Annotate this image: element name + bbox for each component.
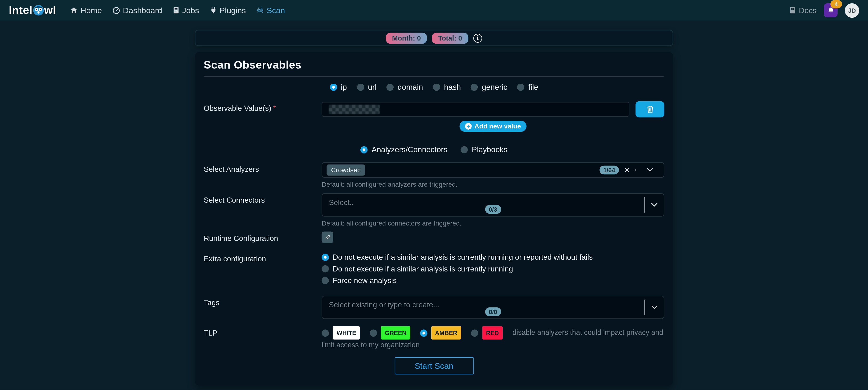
notification-count-badge: 4 — [830, 0, 842, 8]
extra-configuration-label: Extra configuration — [204, 252, 322, 263]
notifications-button[interactable]: 4 — [824, 3, 838, 17]
docs-label: Docs — [799, 6, 817, 15]
chevron-down-icon[interactable] — [641, 166, 659, 175]
user-avatar[interactable]: JD — [845, 3, 859, 18]
extra-option-force-new-analysis[interactable]: Force new analysis — [321, 276, 664, 285]
tlp-option-red[interactable]: RED — [471, 326, 503, 339]
chevron-down-icon[interactable] — [645, 194, 664, 216]
tlp-option-green[interactable]: GREEN — [370, 326, 410, 339]
analyzers-helper-text: Default: all configured analyzers are tr… — [321, 181, 664, 188]
mode-radio-playbooks[interactable]: Playbooks — [461, 145, 507, 154]
tags-count-badge: 0/0 — [485, 307, 501, 316]
observable-type-radio-group: ip url domain hash generic file — [204, 83, 664, 91]
mode-label: Analyzers/Connectors — [371, 145, 447, 154]
tlp-red-badge: RED — [482, 326, 503, 339]
required-marker: * — [273, 104, 276, 112]
brand-text-intel: Intel — [9, 4, 32, 17]
dashboard-icon — [112, 6, 120, 14]
observable-values-label: Observable Value(s)* — [204, 101, 322, 112]
type-label: file — [528, 83, 538, 91]
tlp-green-badge: GREEN — [381, 326, 410, 339]
docs-link[interactable]: Docs — [789, 6, 817, 15]
type-radio-generic[interactable]: generic — [471, 83, 507, 91]
connectors-multiselect[interactable]: Select.. 0/3 — [321, 193, 664, 216]
type-radio-hash[interactable]: hash — [433, 83, 461, 91]
nav-item-label: Dashboard — [123, 6, 162, 15]
nav-item-label: Plugins — [220, 6, 246, 15]
radio-icon — [461, 146, 468, 153]
type-radio-url[interactable]: url — [357, 83, 377, 91]
jobs-icon — [173, 7, 179, 14]
mode-radio-analyzers-connectors[interactable]: Analyzers/Connectors — [361, 145, 447, 154]
radio-selected-icon — [321, 253, 329, 261]
select-analyzers-row: Select Analyzers Crowdsec 1/64 ✕ Default… — [204, 162, 664, 188]
tags-label: Tags — [204, 296, 322, 307]
tlp-option-white[interactable]: WHITE — [321, 326, 360, 339]
runtime-configuration-label: Runtime Configuration — [204, 232, 322, 242]
nav-item-dashboard[interactable]: Dashboard — [112, 6, 162, 15]
nav-item-label: Scan — [267, 6, 285, 15]
tlp-radio-group: WHITE GREEN AMBER RED disable analyzers … — [321, 326, 664, 351]
edit-runtime-config-button[interactable]: ✎ — [321, 232, 333, 243]
connectors-placeholder: Select.. — [329, 198, 354, 206]
nav-item-label: Jobs — [182, 6, 199, 15]
start-scan-button[interactable]: Start Scan — [395, 357, 474, 374]
tlp-option-amber[interactable]: AMBER — [420, 326, 461, 339]
selected-analyzer-chip[interactable]: Crowdsec — [327, 164, 365, 176]
field-label: Observable Value(s) — [204, 104, 271, 112]
extra-option-label: Force new analysis — [333, 276, 397, 285]
clear-selection-icon[interactable]: ✕ — [624, 166, 630, 174]
nav-item-jobs[interactable]: Jobs — [173, 6, 199, 15]
title-divider — [204, 77, 664, 77]
analysis-mode-radio-group: Analyzers/Connectors Playbooks — [204, 145, 664, 154]
brand-logo[interactable]: Intel wl — [9, 4, 56, 17]
select-connectors-label: Select Connectors — [204, 193, 322, 204]
extra-configuration-row: Extra configuration Do not execute if a … — [204, 252, 664, 285]
type-label: url — [368, 83, 377, 91]
radio-icon — [357, 83, 364, 91]
radio-selected-icon — [330, 83, 337, 91]
nav-item-plugins[interactable]: Plugins — [210, 6, 246, 15]
tags-placeholder: Select existing or type to create... — [329, 301, 439, 309]
owl-logo-icon — [33, 5, 43, 16]
radio-icon — [321, 277, 329, 284]
analyzers-multiselect[interactable]: Crowdsec 1/64 ✕ — [321, 162, 664, 178]
delete-value-button[interactable] — [636, 101, 664, 117]
plus-icon: + — [465, 123, 471, 130]
type-radio-domain[interactable]: domain — [386, 83, 423, 91]
info-icon[interactable]: i — [473, 33, 482, 42]
extra-option-no-execute-running[interactable]: Do not execute if a similar analysis is … — [321, 265, 664, 273]
radio-icon — [471, 83, 478, 91]
tlp-amber-badge: AMBER — [431, 326, 461, 339]
type-radio-file[interactable]: file — [517, 83, 538, 91]
add-new-value-button[interactable]: + Add new value — [460, 121, 526, 132]
page-title: Scan Observables — [204, 58, 664, 72]
tags-multiselect[interactable]: Select existing or type to create... 0/0 — [321, 296, 664, 319]
observable-value-input[interactable] — [321, 102, 629, 117]
observable-values-row: Observable Value(s)* + Add new value — [204, 101, 664, 132]
radio-icon — [321, 265, 329, 273]
tlp-row: TLP WHITE GREEN AMBER RED disable analyz… — [204, 326, 664, 351]
nav-item-label: Home — [81, 6, 102, 15]
tlp-label: TLP — [204, 326, 322, 337]
nav-item-home[interactable]: Home — [70, 6, 102, 15]
runtime-configuration-row: Runtime Configuration ✎ — [204, 232, 664, 243]
analyzers-count-badge: 1/64 — [599, 166, 619, 175]
redacted-value — [329, 104, 380, 114]
nav-item-scan[interactable]: ☠ Scan — [256, 6, 285, 15]
extra-option-label: Do not execute if a similar analysis is … — [333, 265, 513, 273]
type-radio-ip[interactable]: ip — [330, 83, 347, 91]
trash-icon — [646, 105, 654, 114]
radio-icon — [471, 329, 478, 336]
chevron-down-icon[interactable] — [645, 296, 664, 318]
navbar-right: Docs 4 JD — [789, 3, 859, 18]
plugin-icon — [210, 7, 217, 14]
extra-option-no-execute-without-fails[interactable]: Do not execute if a similar analysis is … — [321, 253, 664, 261]
mode-label: Playbooks — [472, 145, 507, 154]
select-analyzers-label: Select Analyzers — [204, 162, 322, 174]
type-label: generic — [482, 83, 507, 91]
radio-icon — [321, 329, 329, 336]
nav-menu: Home Dashboard Jobs Plugins ☠ Scan — [70, 6, 285, 15]
radio-icon — [386, 83, 394, 91]
navbar: Intel wl Home Dashboard Jobs — [0, 0, 868, 21]
